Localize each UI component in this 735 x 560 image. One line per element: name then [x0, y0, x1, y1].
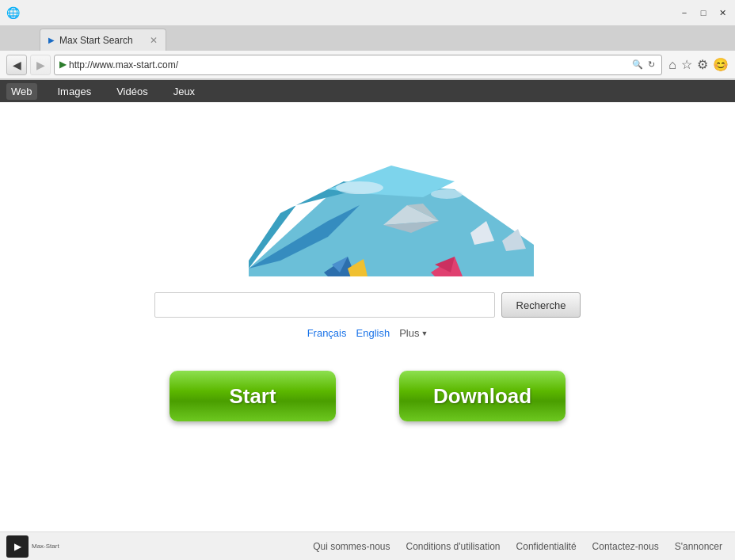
svg-point-18: [431, 189, 463, 199]
footer-advertise[interactable]: S'annoncer: [675, 541, 722, 552]
svg-marker-0: [249, 181, 534, 276]
menu-jeux[interactable]: Jeux: [169, 83, 200, 100]
footer-logo: ▶ Max-Start: [6, 535, 59, 558]
start-button[interactable]: Start: [169, 371, 336, 421]
address-bar[interactable]: ▶ http://www.max-start.com/ 🔍 ↻: [54, 55, 662, 75]
settings-button[interactable]: ⚙: [697, 57, 708, 72]
emoji-button[interactable]: 😊: [713, 57, 729, 72]
menu-web[interactable]: Web: [6, 83, 37, 100]
maximize-button[interactable]: □: [697, 6, 710, 19]
footer-about[interactable]: Qui sommes-nous: [313, 541, 390, 552]
forward-button[interactable]: ▶: [30, 55, 51, 75]
footer: ▶ Max-Start Qui sommes-nous Conditions d…: [0, 531, 735, 560]
footer-logo-text: Max-Start: [32, 543, 59, 550]
footer-contact[interactable]: Contactez-nous: [592, 541, 659, 552]
tab-close-button[interactable]: ✕: [150, 35, 158, 46]
logo-area: [201, 118, 534, 276]
menu-images[interactable]: Images: [53, 83, 97, 100]
search-input[interactable]: [154, 292, 495, 318]
tab-play-icon: ▶: [48, 36, 55, 44]
search-area: Recherche: [154, 292, 581, 318]
footer-play-icon: ▶: [6, 535, 29, 558]
plus-label: Plus: [399, 327, 419, 339]
search-button[interactable]: Recherche: [501, 292, 581, 318]
forward-icon: ▶: [36, 59, 45, 71]
main-content: Recherche Français English Plus ▼ Start …: [0, 102, 735, 546]
action-buttons: Start Download: [169, 371, 566, 421]
search-address-icon[interactable]: 🔍: [630, 59, 645, 70]
language-bar: Français English Plus ▼: [307, 327, 428, 339]
tab-title: Max Start Search: [59, 35, 133, 46]
menu-videos[interactable]: Vidéos: [112, 83, 153, 100]
url-text: http://www.max-start.com/: [69, 59, 627, 70]
back-button[interactable]: ◀: [6, 55, 27, 75]
home-button[interactable]: ⌂: [668, 58, 676, 72]
download-button[interactable]: Download: [399, 371, 566, 421]
language-english[interactable]: English: [356, 327, 390, 339]
refresh-button[interactable]: ↻: [646, 59, 657, 70]
footer-privacy[interactable]: Confidentialité: [516, 541, 577, 552]
favorites-button[interactable]: ☆: [681, 57, 692, 72]
browser-tab[interactable]: ▶ Max Start Search ✕: [40, 29, 166, 51]
footer-terms[interactable]: Conditions d'utilisation: [406, 541, 501, 552]
back-icon: ◀: [13, 59, 21, 71]
language-plus-dropdown[interactable]: Plus ▼: [399, 327, 428, 339]
browser-icon: 🌐: [6, 6, 20, 19]
minimize-button[interactable]: −: [678, 6, 691, 19]
svg-point-17: [336, 181, 383, 194]
language-francais[interactable]: Français: [307, 327, 347, 339]
browser-menu: Web Images Vidéos Jeux: [0, 80, 735, 102]
plus-dropdown-icon: ▼: [421, 330, 428, 337]
play-icon: ▶: [59, 59, 66, 70]
close-button[interactable]: ✕: [716, 6, 729, 19]
